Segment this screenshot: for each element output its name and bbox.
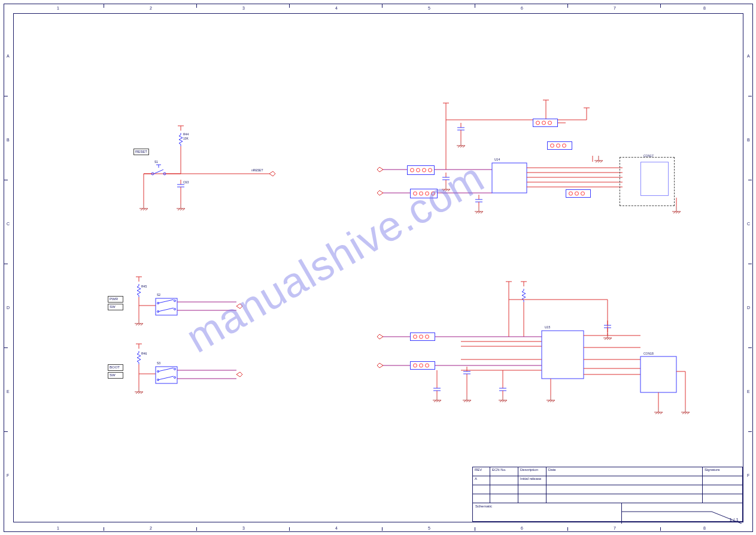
jumper-j4: [547, 141, 572, 150]
label-nreset: nRESET: [251, 169, 263, 172]
label-s2: S2: [157, 294, 160, 297]
schematic-canvas: [0, 0, 756, 535]
rgb-circuit: [377, 282, 690, 414]
boot-title-box-2: SW: [108, 372, 123, 379]
pwr-title-box-1: PWR: [108, 296, 123, 303]
pwr-title-box-2: SW: [108, 304, 123, 310]
label-r44: R44: [183, 133, 189, 136]
label-c63: C63: [183, 181, 189, 184]
jumper-j1: [407, 165, 435, 175]
boot-title-box-1: BOOT: [108, 364, 123, 371]
svg-line-36: [158, 368, 174, 371]
svg-point-30: [174, 309, 176, 310]
title-block: REV ECN No. Description Date Signature A…: [472, 467, 743, 522]
jumper-j7: [410, 361, 435, 370]
svg-line-37: [158, 376, 174, 380]
label-r46: R46: [141, 352, 147, 355]
jumper-j6: [410, 333, 435, 341]
label-s3: S3: [157, 362, 160, 365]
jumper-j3: [533, 119, 558, 127]
label-s1: S1: [154, 161, 158, 164]
svg-line-15: [154, 170, 163, 174]
svg-point-41: [174, 377, 176, 379]
reset-title-box: RESET: [133, 149, 149, 155]
svg-rect-80: [640, 356, 676, 392]
label-con18: CON18: [643, 352, 654, 355]
pwr-switch-circuit: [135, 277, 242, 325]
boot-switch-circuit: [135, 344, 242, 394]
svg-rect-50: [492, 163, 527, 193]
label-con17: CON17: [643, 155, 654, 158]
label-r44-val: 10K: [183, 137, 189, 140]
ypbpr-connector: [640, 162, 669, 196]
svg-point-28: [174, 300, 176, 302]
svg-rect-73: [542, 331, 584, 379]
label-u15: U15: [545, 326, 550, 329]
jumper-j5: [566, 189, 591, 198]
svg-line-26: [158, 308, 174, 312]
jumper-j2: [410, 189, 438, 198]
label-r45: R45: [141, 285, 147, 288]
svg-line-25: [158, 300, 174, 303]
svg-point-39: [174, 368, 176, 370]
label-u14: U14: [494, 158, 500, 161]
